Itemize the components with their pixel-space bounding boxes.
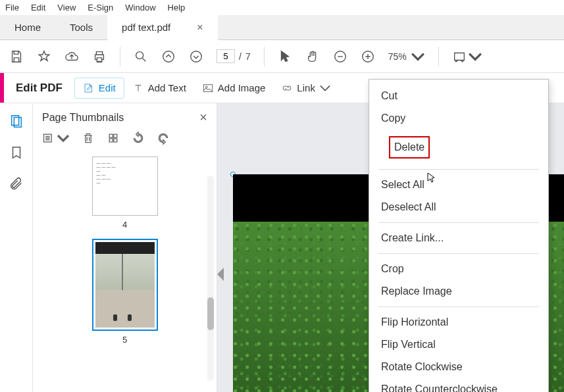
close-thumbnails-icon[interactable]: × [199, 110, 207, 125]
menu-edit[interactable]: Edit [31, 3, 45, 12]
zoom-in-icon[interactable] [361, 49, 375, 64]
separator [264, 47, 265, 66]
link-label: Link [297, 82, 315, 93]
svg-point-6 [205, 86, 207, 88]
ctx-replace-image[interactable]: Replace Image [369, 280, 548, 303]
ctx-select-all[interactable]: Select All [369, 174, 548, 196]
tab-document[interactable]: pdf text.pdf × [107, 15, 218, 40]
print-icon[interactable] [92, 49, 107, 64]
attachment-icon[interactable] [9, 177, 24, 194]
add-text-button[interactable]: Add Text [124, 78, 194, 98]
ctx-crop[interactable]: Crop [369, 258, 548, 280]
menu-file[interactable]: File [5, 3, 19, 12]
ctx-separator [378, 169, 539, 170]
insert-page-icon[interactable] [107, 132, 120, 147]
page-total: 7 [245, 51, 251, 62]
tab-bar: Home Tools pdf text.pdf × [0, 15, 564, 40]
thumbnail-scrollbar[interactable] [207, 176, 214, 381]
hand-icon[interactable] [305, 49, 320, 64]
ctx-separator [378, 253, 539, 254]
page-indicator: / 7 [217, 49, 251, 63]
add-image-label: Add Image [218, 82, 266, 93]
pointer-icon[interactable] [278, 49, 292, 64]
star-icon[interactable] [37, 49, 51, 64]
cursor-icon [426, 172, 437, 185]
thumbnails-icon[interactable] [9, 114, 24, 131]
thumbnails-tools [42, 132, 207, 147]
separator [438, 47, 439, 66]
edit-button[interactable]: Edit [74, 78, 124, 99]
zoom-out-icon[interactable] [333, 49, 347, 64]
menu-help[interactable]: Help [168, 3, 186, 12]
ctx-rotate-ccw[interactable]: Rotate Counterclockwise [369, 378, 548, 392]
svg-point-0 [136, 51, 143, 59]
cloud-upload-icon[interactable] [64, 49, 79, 64]
trash-icon[interactable] [82, 132, 95, 147]
menu-view[interactable]: View [57, 3, 76, 12]
thumbnail-label-5: 5 [42, 335, 207, 345]
edit-button-label: Edit [99, 82, 116, 93]
ctx-cut[interactable]: Cut [369, 85, 548, 107]
collapse-panel-icon[interactable] [217, 268, 224, 281]
page-down-icon[interactable] [189, 49, 203, 64]
page-current-input[interactable] [217, 49, 235, 63]
bookmark-icon[interactable] [9, 145, 24, 162]
edit-pdf-title: Edit PDF [4, 82, 74, 95]
menu-esign[interactable]: E-Sign [88, 3, 113, 12]
ctx-flip-vertical[interactable]: Flip Vertical [369, 333, 548, 356]
link-button[interactable]: Link [273, 78, 339, 98]
page-up-icon[interactable] [161, 49, 176, 64]
thumbnails-panel: Page Thumbnails × — — —— — — ——— —— — ——… [33, 103, 217, 392]
zoom-label: 75% [388, 51, 407, 62]
zoom-level[interactable]: 75% [388, 49, 425, 64]
tab-tools[interactable]: Tools [55, 15, 107, 39]
side-panel [0, 103, 33, 392]
menu-window[interactable]: Window [125, 3, 155, 12]
menu-bar: File Edit View E-Sign Window Help [0, 0, 564, 15]
close-icon[interactable]: × [197, 22, 203, 34]
search-icon[interactable] [134, 49, 148, 64]
thumbnail-page-4[interactable]: — — —— — — ——— —— — —— [92, 157, 158, 216]
ctx-copy[interactable]: Copy [369, 107, 548, 130]
thumbnails-title: Page Thumbnails [42, 112, 124, 124]
add-text-label: Add Text [148, 82, 186, 93]
rotate-ccw-icon[interactable] [132, 132, 145, 147]
fit-width-icon[interactable] [452, 49, 482, 64]
main-toolbar: / 7 75% [0, 40, 564, 73]
page-sep: / [239, 51, 242, 62]
add-image-button[interactable]: Add Image [194, 78, 274, 98]
ctx-deselect-all[interactable]: Deselect All [369, 196, 548, 218]
context-menu: Cut Copy Delete Select All Deselect All … [369, 79, 549, 392]
tab-document-label: pdf text.pdf [122, 22, 170, 33]
rotate-cw-icon[interactable] [157, 132, 170, 147]
ctx-delete[interactable]: Delete [369, 130, 548, 165]
ctx-separator [378, 222, 539, 223]
ctx-separator [378, 306, 539, 307]
separator [120, 47, 120, 66]
tab-home[interactable]: Home [0, 15, 55, 39]
svg-point-1 [163, 51, 174, 62]
options-icon[interactable] [42, 132, 70, 147]
svg-point-2 [191, 51, 202, 62]
thumbnail-page-5[interactable] [92, 239, 158, 331]
thumbnail-label-4: 4 [42, 220, 207, 230]
ctx-rotate-cw[interactable]: Rotate Clockwise [369, 356, 548, 378]
ctx-create-link[interactable]: Create Link... [369, 227, 548, 249]
ctx-flip-horizontal[interactable]: Flip Horizontal [369, 311, 548, 333]
save-icon[interactable] [9, 49, 24, 64]
